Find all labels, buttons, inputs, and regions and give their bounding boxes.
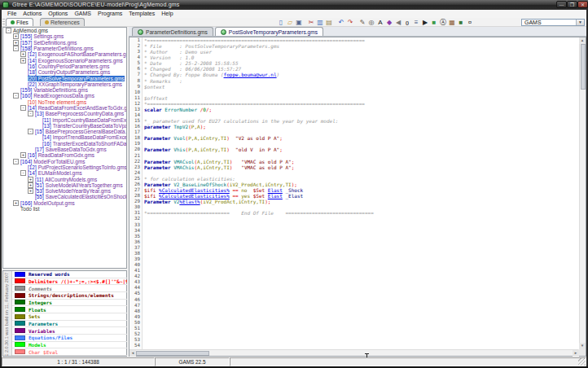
undo-icon[interactable]: ↶ bbox=[337, 19, 345, 27]
tree-collapse-icon[interactable]: - bbox=[13, 159, 19, 164]
tree-collapse-icon[interactable]: - bbox=[28, 111, 33, 116]
tree-item[interactable]: [18]CountryOutputParameters.gms bbox=[3, 69, 126, 75]
save-icon[interactable]: ▣ bbox=[295, 19, 303, 27]
tree-item[interactable]: +[53]SolveModelYearByYear.gms bbox=[3, 188, 126, 194]
tree-item[interactable]: +[155]Settings.gms bbox=[3, 33, 126, 39]
legend-row[interactable]: Comments bbox=[12, 285, 127, 292]
option-icon[interactable]: ■ bbox=[457, 19, 465, 27]
tree-collapse-icon[interactable]: - bbox=[13, 46, 19, 51]
tree-expand-icon[interactable]: + bbox=[28, 188, 33, 194]
tree-item[interactable]: +[16]ReadDataFromGdx.gms bbox=[3, 152, 126, 158]
tree-item[interactable]: +[166]ModelOutput.gms bbox=[3, 200, 126, 206]
tree-item[interactable]: [13]TransferCountryBaseDataToVparame bbox=[3, 123, 126, 129]
email-link[interactable]: foppe.bouma@wur.nl bbox=[224, 72, 277, 77]
legend-row[interactable]: Floats bbox=[12, 306, 127, 313]
scroll-up-icon[interactable]: ▲ bbox=[579, 37, 586, 44]
paste-icon[interactable]: ▤ bbox=[325, 19, 333, 27]
copy-icon[interactable]: ▥ bbox=[316, 19, 324, 27]
tree-item[interactable]: [17]SaveBaseDataToGdx.gms bbox=[3, 147, 126, 152]
tree-item[interactable]: [16]TransferExcelDataToShortFAData.gms bbox=[3, 141, 126, 147]
menu-item-templates[interactable]: Templates bbox=[125, 10, 158, 18]
legend-row[interactable]: Sets bbox=[12, 313, 127, 321]
title-bar[interactable]: Gtree E:\AGMEMOD\SOURCE\EU-model\Prog\Ag… bbox=[0, 0, 588, 10]
tree-item[interactable]: +[14]ExogenousScenarioParameters.gms bbox=[3, 57, 126, 63]
vertical-scrollbar[interactable]: ▲ ▼ bbox=[579, 37, 586, 349]
tree-collapse-icon[interactable]: - bbox=[6, 28, 11, 33]
maximize-button[interactable]: ❐ bbox=[567, 1, 577, 8]
tree-expand-icon[interactable]: + bbox=[28, 177, 33, 182]
tree-item[interactable]: +[12]ExogenousFAShortBaseParameters.gms bbox=[3, 51, 126, 57]
tree-item[interactable]: -[164]ModelForTotalEU.gms bbox=[3, 159, 126, 164]
tree-item[interactable]: -[14]ReadDataFromExcelAndSaveToGdx.gms bbox=[3, 105, 126, 111]
tree-item[interactable]: -AgMemod.gms bbox=[3, 28, 126, 33]
cut-icon[interactable]: ✂ bbox=[307, 19, 315, 27]
editor-tab[interactable]: PostSolveTemporaryParameters.gms bbox=[215, 27, 323, 36]
tree-item[interactable]: [55]SaveCalculatedElasticitiesOnShock.gm… bbox=[3, 194, 126, 199]
legend-row[interactable]: Strings/descriptions/elements bbox=[12, 292, 127, 300]
tree-item[interactable]: +[157]SetDefinitions.gms bbox=[3, 40, 126, 46]
tab-references[interactable]: References bbox=[40, 18, 85, 26]
menu-item-options[interactable]: Options bbox=[45, 10, 71, 18]
tree-item[interactable]: -[13]BasePreprocessCountryData.gms bbox=[3, 111, 126, 116]
tree-item[interactable]: +[11]AllCountryModels.gms bbox=[3, 176, 126, 182]
new-file-icon[interactable]: ▯ bbox=[277, 19, 285, 27]
gdx-icon[interactable]: ■ bbox=[430, 19, 438, 27]
model-library-icon[interactable]: ▦ bbox=[448, 19, 456, 27]
legend-row[interactable]: Parameters bbox=[12, 321, 127, 328]
resize-grip[interactable] bbox=[578, 358, 586, 366]
horizontal-scroll-thumb[interactable] bbox=[136, 351, 209, 356]
project-tree-panel[interactable]: -AgMemod.gms+[155]Settings.gms+[157]SetD… bbox=[2, 27, 127, 269]
tree-collapse-icon[interactable]: - bbox=[20, 170, 26, 176]
legend-row[interactable]: Char $Eval bbox=[12, 348, 127, 356]
tree-expand-icon[interactable]: + bbox=[20, 51, 26, 57]
code-area[interactable]: *=======================================… bbox=[144, 37, 579, 349]
code-editor[interactable]: 1234567891011121314151617181920212223242… bbox=[129, 37, 586, 357]
spell-check-icon[interactable]: Ⓐ bbox=[439, 19, 447, 27]
tree-item[interactable]: -[14]EUMainModel.gms bbox=[3, 170, 126, 176]
close-button[interactable]: ✕ bbox=[577, 1, 588, 8]
legend-row[interactable]: Reserved words bbox=[12, 271, 127, 278]
tree-expand-icon[interactable]: + bbox=[13, 33, 19, 39]
horizontal-scrollbar[interactable]: ◄ ► bbox=[129, 349, 579, 356]
vertical-scroll-thumb[interactable] bbox=[581, 44, 586, 90]
tree-collapse-icon[interactable]: - bbox=[13, 93, 19, 99]
tree-item[interactable]: [12]PutProjectScenarioSettingsToInfo.gms bbox=[3, 164, 126, 170]
zoom-icon[interactable]: ¤ bbox=[466, 19, 474, 27]
menu-item-actions[interactable]: Actions bbox=[20, 10, 45, 18]
open-file-icon[interactable]: ▱ bbox=[286, 19, 294, 27]
tree-item[interactable]: [22]XXGraphTemporaryParameters.gms bbox=[3, 81, 126, 87]
menu-item-gams[interactable]: GAMS bbox=[71, 10, 94, 18]
tree-collapse-icon[interactable]: - bbox=[28, 129, 33, 134]
tree-expand-icon[interactable]: + bbox=[28, 182, 33, 188]
redo-icon[interactable]: ↷ bbox=[346, 19, 354, 27]
scroll-down-icon[interactable]: ▼ bbox=[579, 343, 586, 349]
tree-item[interactable]: -[160]ReadExogenousData.gms bbox=[3, 93, 126, 99]
legend-row[interactable]: Models bbox=[12, 342, 127, 349]
run-gams-icon[interactable]: ▶ bbox=[421, 19, 429, 27]
tree-item[interactable]: +[51]SolveModelAllYearsTogether.gms bbox=[3, 182, 126, 188]
tree-expand-icon[interactable]: + bbox=[20, 58, 26, 64]
toolbar-grip-handle[interactable] bbox=[2, 19, 5, 26]
tree-expand-icon[interactable]: + bbox=[13, 40, 19, 46]
menu-item-help[interactable]: Help bbox=[158, 10, 176, 18]
tree-item[interactable]: -[158]ParameterDefinitions.gms bbox=[3, 46, 126, 51]
tab-files[interactable]: Files bbox=[6, 18, 33, 26]
tree-collapse-icon[interactable]: - bbox=[20, 105, 26, 111]
match-paren-icon[interactable]: () bbox=[403, 19, 411, 27]
tree-item[interactable]: [11]ImportCountryBaseDataFromExcel.gms bbox=[3, 116, 126, 122]
editor-tab[interactable]: ParameterDefinitions.gms bbox=[132, 27, 213, 36]
menu-item-programs[interactable]: Programs bbox=[94, 10, 125, 18]
legend-row[interactable]: Equations/Files bbox=[12, 335, 127, 342]
font-icon[interactable]: A bbox=[376, 19, 384, 27]
menu-item-file[interactable]: File bbox=[4, 10, 20, 18]
tree-item[interactable]: Todo list bbox=[3, 206, 126, 212]
edit-pen-icon[interactable]: ✎ bbox=[358, 19, 366, 27]
find-icon[interactable]: ◎ bbox=[367, 19, 375, 27]
tree-item[interactable]: [10]NoTree element.gms bbox=[3, 99, 126, 105]
legend-row[interactable]: Integers bbox=[12, 300, 127, 307]
legend-row[interactable]: Delimiters /()+-*;=,:><$.#[]'"&~|%! bbox=[12, 278, 127, 286]
highlight-icon[interactable]: ◆ bbox=[385, 19, 393, 27]
tree-item[interactable]: [20]PostSolveTemporaryParameters.gms bbox=[3, 75, 126, 81]
tree-expand-icon[interactable]: + bbox=[13, 200, 19, 206]
process-log-icon[interactable]: ≡ bbox=[412, 19, 420, 27]
